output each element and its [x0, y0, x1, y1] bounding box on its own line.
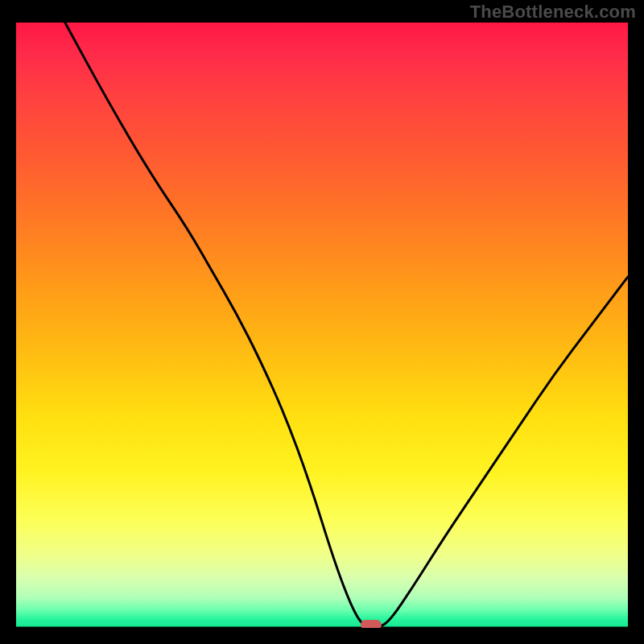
chart-frame: TheBottleneck.com [0, 0, 644, 644]
bottleneck-curve-path [65, 23, 628, 628]
curve-svg [16, 23, 628, 628]
optimum-marker [361, 620, 382, 628]
watermark-text: TheBottleneck.com [470, 2, 636, 23]
plot-area [16, 23, 628, 628]
